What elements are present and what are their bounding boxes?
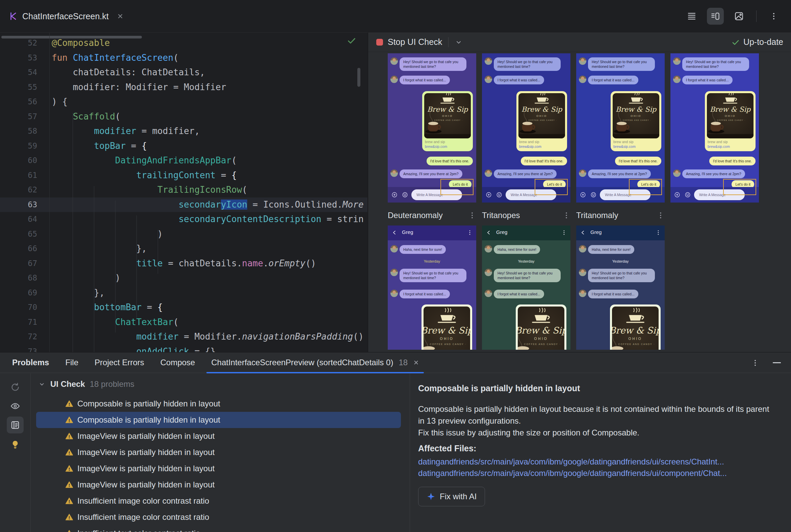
brew-and-sip-image bbox=[613, 93, 659, 138]
affected-files-label: Affected Files: bbox=[418, 443, 476, 453]
warning-icon bbox=[65, 400, 73, 408]
preview-label-tritanomaly: Tritanomaly bbox=[576, 207, 665, 224]
preview-toolbar: Stop UI Check Up-to-date bbox=[368, 33, 791, 52]
chevron-down-icon[interactable] bbox=[455, 38, 463, 46]
preview-menu-icon[interactable] bbox=[562, 211, 570, 220]
preview-menu-icon[interactable] bbox=[657, 211, 665, 220]
avatar bbox=[485, 290, 492, 297]
ui-check-highlight bbox=[440, 179, 474, 195]
tab-chatinterfacescreen[interactable]: ChatInterfaceScreen.kt bbox=[9, 0, 124, 33]
details-panel-icon[interactable] bbox=[7, 417, 24, 433]
stop-icon[interactable] bbox=[376, 39, 383, 45]
problem-item[interactable]: Insufficient text color contrast ratio bbox=[36, 525, 401, 532]
more-options-icon[interactable] bbox=[765, 8, 782, 25]
editor-vertical-scrollbar[interactable] bbox=[357, 68, 361, 87]
chat-app-bar: Greg bbox=[482, 226, 570, 240]
add-icon bbox=[674, 192, 680, 198]
problem-item-selected[interactable]: Composable is partially hidden in layout bbox=[36, 412, 401, 428]
chat-bubble: I forgot what it was called... bbox=[494, 290, 544, 299]
chat-bubble: Hey! Should we go to that cafe you menti… bbox=[682, 57, 749, 71]
brew-and-sip-image bbox=[424, 306, 470, 350]
problem-item[interactable]: Insufficient image color contrast ratio bbox=[36, 509, 401, 525]
preview-phone[interactable]: Hey! Should we go to that cafe you menti… bbox=[388, 53, 476, 203]
tab-compose[interactable]: Compose bbox=[161, 358, 195, 367]
preview-eye-icon[interactable] bbox=[7, 398, 24, 415]
chat-bubble: Hey! Should we go to that cafe you menti… bbox=[494, 57, 560, 71]
ui-check-highlight bbox=[535, 179, 568, 195]
ui-check-highlight bbox=[723, 179, 756, 195]
problem-item[interactable]: ImageView is partially hidden in layout bbox=[36, 460, 401, 477]
tab-file[interactable]: File bbox=[65, 358, 78, 367]
stop-ui-check-button[interactable]: Stop UI Check bbox=[388, 37, 442, 47]
chat-app-bar: Greg bbox=[388, 226, 476, 240]
preview-phone[interactable]: Greg Haha, next time for sure! Yesterday… bbox=[388, 226, 476, 350]
panel-options-icon[interactable] bbox=[751, 359, 759, 367]
avatar bbox=[673, 57, 681, 65]
link-preview-card bbox=[516, 304, 566, 350]
code-content: @Composable fun ChatInterfaceScreen( cha… bbox=[52, 36, 367, 352]
chat-bubble: Amazing, I'll see you there at 2pm? bbox=[494, 169, 557, 178]
problem-item[interactable]: ImageView is partially hidden in layout bbox=[36, 428, 401, 444]
warning-icon bbox=[65, 448, 73, 456]
problem-count-badge: 18 bbox=[399, 358, 408, 367]
preview-label-tritanopes: Tritanopes bbox=[482, 207, 570, 224]
avatar bbox=[390, 269, 398, 276]
chat-bubble: I'd love that! It's this one. bbox=[709, 157, 756, 166]
code-view-icon[interactable] bbox=[683, 8, 700, 25]
problem-detail-title: Composable is partially hidden in layout bbox=[418, 383, 580, 393]
affected-file-link[interactable]: datingandfriends/src/main/java/com/ibm/g… bbox=[418, 457, 724, 467]
chat-bubble: I'd love that! It's this one. bbox=[615, 157, 661, 166]
lightbulb-icon[interactable] bbox=[7, 436, 24, 453]
line-number-gutter: 5253 5455 5657 5859 6061 6263 6465 6667 … bbox=[0, 36, 37, 352]
problem-item[interactable]: Insufficient image color contrast ratio bbox=[36, 493, 401, 509]
tab-ui-check-active[interactable]: ChatInterfaceScreenPreview (sortedChatDe… bbox=[211, 353, 419, 373]
tab-close-icon[interactable] bbox=[117, 13, 124, 20]
preview-phone[interactable]: Hey! Should we go to that cafe you menti… bbox=[482, 53, 570, 203]
inspections-ok-icon[interactable] bbox=[347, 35, 357, 45]
link-preview-card: brew and sip brew&sip.com bbox=[705, 91, 756, 151]
refresh-icon[interactable] bbox=[7, 379, 24, 396]
affected-file-link[interactable]: datingandfriends/src/main/java/com/ibm/g… bbox=[418, 469, 727, 478]
ui-check-highlight bbox=[629, 179, 662, 195]
preview-phone[interactable]: Greg Haha, next time for sure! Yesterday… bbox=[576, 226, 665, 350]
chat-bubble: Amazing, I'll see you there at 2pm? bbox=[682, 169, 745, 178]
chat-bubble: Amazing, I'll see you there at 2pm? bbox=[400, 169, 462, 178]
chat-bubble: I forgot what it was called... bbox=[588, 290, 638, 299]
preview-phone[interactable]: Hey! Should we go to that cafe you menti… bbox=[576, 53, 665, 203]
tool-window-title: Problems bbox=[12, 358, 49, 367]
preview-phone[interactable]: Hey! Should we go to that cafe you menti… bbox=[670, 53, 759, 203]
day-divider: Yesterday bbox=[576, 259, 665, 263]
tab-close-icon[interactable] bbox=[413, 360, 419, 366]
preview-phone[interactable]: Greg Haha, next time for sure! Yesterday… bbox=[482, 226, 570, 350]
link-preview-card: brew and sip brew&sip.com bbox=[516, 91, 567, 151]
chat-bubble: Hey! Should we go to that cafe you menti… bbox=[494, 269, 560, 282]
problems-tree: UI Check 18 problems Composable is parti… bbox=[31, 373, 410, 532]
avatar bbox=[485, 169, 492, 177]
problem-item[interactable]: ImageView is partially hidden in layout bbox=[36, 444, 401, 460]
preview-view-icon[interactable] bbox=[731, 8, 748, 25]
code-editor[interactable]: 5253 5455 5657 5859 6061 6263 6465 6667 … bbox=[0, 33, 367, 352]
chat-bubble: Haha, next time for sure! bbox=[588, 245, 634, 254]
problem-item[interactable]: ImageView is partially hidden in layout bbox=[36, 477, 401, 493]
ai-sparkle-icon bbox=[427, 492, 435, 501]
preview-menu-icon[interactable] bbox=[468, 211, 476, 220]
brew-and-sip-image bbox=[518, 93, 565, 138]
tab-project-errors[interactable]: Project Errors bbox=[95, 358, 144, 367]
brew-and-sip-image bbox=[612, 306, 659, 350]
chat-bubble: Haha, next time for sure! bbox=[400, 245, 446, 254]
chat-bubble: I'd love that! It's this one. bbox=[427, 157, 473, 166]
fix-with-ai-button[interactable]: Fix with AI bbox=[418, 487, 485, 506]
avatar bbox=[485, 245, 492, 252]
brew-and-sip-image bbox=[707, 93, 754, 138]
split-view-icon[interactable] bbox=[707, 8, 724, 25]
avatar bbox=[390, 290, 398, 297]
warning-icon bbox=[65, 416, 73, 424]
avatar bbox=[579, 245, 586, 252]
ui-check-group[interactable]: UI Check 18 problems bbox=[38, 379, 134, 389]
warning-icon bbox=[65, 481, 73, 489]
avatar bbox=[390, 169, 398, 177]
problem-item[interactable]: Composable is partially hidden in layout bbox=[36, 396, 401, 412]
emoji-icon bbox=[496, 192, 502, 198]
chevron-down-icon bbox=[38, 380, 45, 388]
minimize-icon[interactable] bbox=[773, 362, 781, 363]
